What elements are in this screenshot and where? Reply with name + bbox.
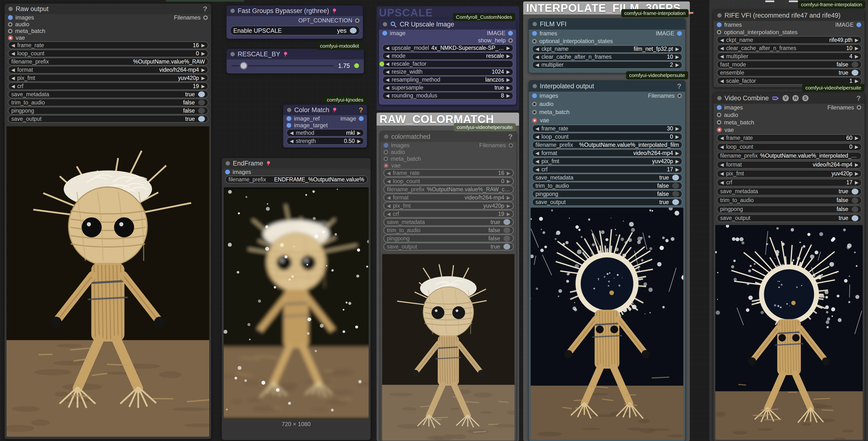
input-vae[interactable]: vae	[532, 117, 549, 124]
stepper-left-icon[interactable]	[11, 84, 15, 89]
stepper-left-icon[interactable]	[11, 68, 15, 72]
collapse-dot-icon[interactable]	[287, 108, 291, 112]
stepper-right-icon[interactable]	[201, 76, 205, 80]
stepper-left-icon[interactable]	[535, 167, 539, 172]
input-images[interactable]: images	[383, 142, 409, 149]
collapse-dot-icon[interactable]	[230, 52, 235, 56]
blue-port-icon[interactable]	[677, 31, 682, 36]
blue-port-icon[interactable]	[508, 31, 513, 36]
toggle-dot-icon[interactable]	[198, 108, 205, 113]
ring-port-icon[interactable]	[383, 150, 388, 155]
collapse-dot-icon[interactable]	[533, 84, 537, 88]
ring-port-icon[interactable]	[857, 105, 861, 110]
input-optional-interpolation-states[interactable]: optional_interpolation_states	[717, 29, 798, 36]
blue-port-icon[interactable]	[286, 116, 291, 121]
stepper-left-icon[interactable]	[720, 180, 724, 185]
widget-pingpong[interactable]: pingpongfalse	[383, 235, 514, 242]
blue-port-icon[interactable]	[857, 22, 861, 27]
node-titlebar[interactable]: Color Match?	[283, 105, 367, 115]
input-meta-batch[interactable]: meta_batch	[8, 28, 45, 34]
blue-port-icon[interactable]	[382, 31, 387, 36]
red-port-icon[interactable]	[532, 118, 537, 123]
input-audio[interactable]: audio	[532, 101, 554, 107]
node-titlebar[interactable]: EndFrame	[222, 158, 371, 169]
toggle-dot-icon[interactable]	[672, 175, 679, 180]
output-filenames[interactable]: Filenames	[479, 142, 513, 149]
toggle-dot-icon[interactable]	[350, 28, 356, 33]
blue-port-icon[interactable]	[359, 116, 364, 121]
green-port-icon[interactable]	[354, 63, 359, 68]
widget-trim-to-audio[interactable]: trim_to_audiofalse	[383, 227, 514, 234]
input-images[interactable]: images	[717, 104, 743, 111]
widget-save-metadata[interactable]: save_metadatatrue	[383, 218, 514, 226]
stepper-left-icon[interactable]	[11, 51, 15, 56]
stepper-left-icon[interactable]	[386, 93, 389, 98]
toggle-dot-icon[interactable]	[198, 100, 205, 105]
widget-format[interactable]: formatvideo/h264-mp4	[383, 194, 514, 201]
widget-crf[interactable]: crf19	[8, 82, 208, 90]
toggle-dot-icon[interactable]	[851, 62, 858, 67]
blue-port-icon[interactable]	[8, 15, 13, 20]
stepper-right-icon[interactable]	[201, 84, 205, 89]
widget-clear-cache-after-n-frames[interactable]: clear_cache_after_n_frames10	[717, 44, 862, 52]
widget-rescale-factor[interactable]: rescale_factor	[382, 60, 513, 68]
red-port-icon[interactable]	[383, 163, 389, 168]
collapse-dot-icon[interactable]	[230, 9, 235, 13]
widget-strength[interactable]: strength0.50	[286, 137, 364, 145]
toggle-dot-icon[interactable]	[198, 92, 205, 97]
help-icon[interactable]: ?	[201, 5, 207, 13]
ring-port-icon[interactable]	[8, 22, 12, 27]
widget-save-output[interactable]: save_outputtrue	[383, 243, 514, 250]
input-images[interactable]: images	[225, 169, 251, 175]
widget-enable-upscale[interactable]: Enable UPSCALEyes	[230, 26, 360, 35]
ring-port-icon[interactable]	[717, 30, 721, 34]
collapse-dot-icon[interactable]	[717, 13, 722, 18]
output-filenames[interactable]: Filenames	[648, 92, 682, 99]
widget-trim-to-audio[interactable]: trim_to_audiofalse	[717, 197, 862, 204]
input-audio[interactable]: audio	[383, 149, 405, 156]
stepper-left-icon[interactable]	[387, 204, 391, 208]
toggle-dot-icon[interactable]	[503, 219, 510, 225]
input-audio[interactable]: audio	[8, 21, 29, 28]
widget-pingpong[interactable]: pingpongfalse	[8, 107, 208, 114]
widget-crf[interactable]: crf17	[532, 166, 682, 173]
toggle-dot-icon[interactable]	[851, 198, 858, 203]
widget-trim-to-audio[interactable]: trim_to_audiofalse	[532, 182, 682, 190]
widget-loop-count[interactable]: loop_count0	[532, 133, 682, 140]
blue-port-icon[interactable]	[286, 123, 291, 128]
stepper-left-icon[interactable]	[387, 212, 391, 216]
widget-pix-fmt[interactable]: pix_fmtyuv420p	[383, 202, 514, 209]
stepper-left-icon[interactable]	[11, 76, 15, 80]
widget-crf[interactable]: crf19	[383, 210, 514, 218]
input-meta-batch[interactable]: meta_batch	[383, 156, 421, 162]
stepper-right-icon[interactable]	[675, 135, 679, 139]
stepper-left-icon[interactable]	[720, 46, 724, 50]
input-images[interactable]: images	[532, 92, 558, 99]
widget-ensemble[interactable]: ensembletrue	[717, 69, 862, 76]
widget-pix-fmt[interactable]: pix_fmtyuv420p	[532, 157, 682, 165]
stepper-right-icon[interactable]	[201, 43, 205, 48]
help-icon[interactable]: ?	[675, 82, 681, 90]
stepper-right-icon[interactable]	[201, 68, 205, 72]
stepper-left-icon[interactable]	[720, 162, 724, 167]
input-audio[interactable]: audio	[717, 112, 738, 118]
ring-port-icon[interactable]	[532, 39, 537, 43]
toggle-dot-icon[interactable]	[503, 244, 510, 249]
widget-supersample[interactable]: supersampletrue	[382, 84, 513, 92]
widget-save-metadata[interactable]: save_metadatatrue	[717, 188, 862, 195]
stepper-right-icon[interactable]	[675, 126, 679, 131]
stepper-right-icon[interactable]	[201, 51, 205, 56]
widget-fast-mode[interactable]: fast_modefalse	[717, 61, 862, 68]
collapse-dot-icon[interactable]	[384, 135, 389, 139]
widget-format[interactable]: formatvideo/h264-mp4	[717, 161, 862, 169]
widget-frame-rate[interactable]: frame_rate30	[532, 125, 682, 132]
stepper-left-icon[interactable]	[535, 135, 539, 139]
widget-crf[interactable]: crf17	[717, 179, 862, 186]
stepper-right-icon[interactable]	[675, 63, 679, 67]
widget-frame-rate[interactable]: frame_rate60	[717, 134, 862, 142]
node-titlebar[interactable]: Video CombineVHS?	[713, 93, 865, 104]
node-titlebar[interactable]: Interpolated output?	[529, 80, 685, 92]
input-meta-batch[interactable]: meta_batch	[532, 109, 569, 115]
widget-resampling-method[interactable]: resampling_methodlanczos	[382, 76, 513, 84]
red-port-icon[interactable]	[717, 127, 722, 132]
